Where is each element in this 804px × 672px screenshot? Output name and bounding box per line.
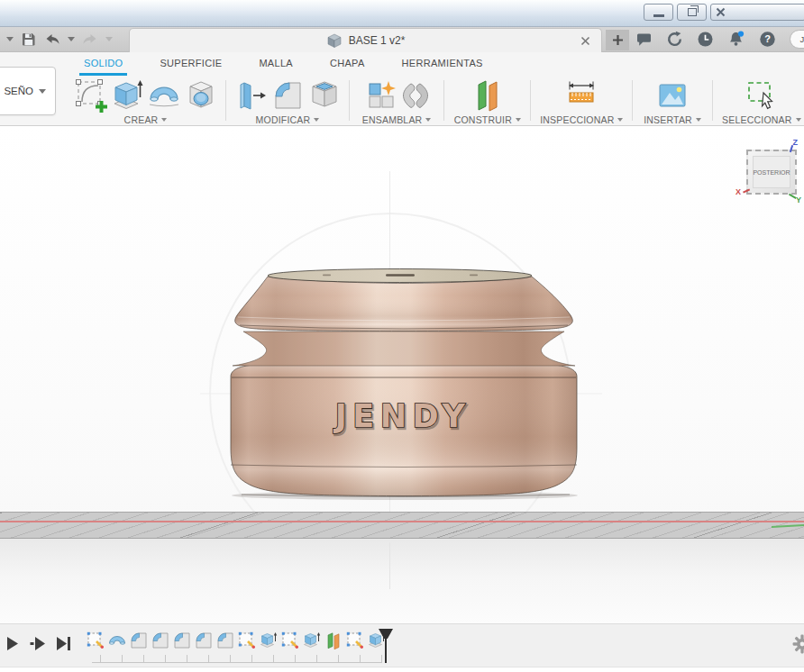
close-tab-icon [580,36,590,46]
notification-dot [738,32,744,37]
construir-label: CONSTRUIR [454,114,512,125]
tab-chapa[interactable]: CHAPA [325,52,370,76]
quick-access-toolbar [0,27,113,51]
timeline-playback-controls [6,636,71,651]
ribbon-separator [632,80,633,121]
select-icon[interactable] [742,77,781,114]
inspeccionar-dropdown[interactable]: INSPECCIONAR [540,114,623,125]
undo-icon[interactable] [43,32,61,48]
app-bar-icons: ? JE [635,27,804,51]
timeline-feature-fillet-icon[interactable] [151,631,170,650]
seleccionar-caret-icon [796,118,801,122]
notifications-bell-icon[interactable] [727,31,745,48]
close-window-icon [716,7,726,17]
measure-icon[interactable] [563,77,599,114]
restore-button[interactable] [677,4,707,21]
new-component-icon[interactable] [363,77,399,114]
ribbon-separator [225,80,226,121]
group-ensamblar: ENSAMBLAR [356,76,437,125]
group-inspeccionar: INSPECCIONAR [537,76,626,125]
ribbon-separator [443,80,444,121]
user-initials: JE [799,34,804,44]
viewcube[interactable]: POSTERIOR Z X Y [746,150,797,195]
help-icon[interactable]: ? [759,31,776,48]
viewcube-face-label[interactable]: POSTERIOR [753,169,790,176]
timeline-feature-fillet-icon[interactable] [129,631,149,650]
ensamblar-dropdown[interactable]: ENSAMBLAR [362,114,432,125]
timeline-feature-fillet-icon[interactable] [194,631,214,650]
ground-fade [0,539,804,623]
timeline-settings-button[interactable] [792,634,804,658]
ribbon-toolbar: CREAR [0,76,804,126]
3d-viewport[interactable]: JENDY JENDY POSTERIOR Z X Y [0,126,804,623]
user-avatar[interactable]: JE [790,30,804,49]
tab-superficie[interactable]: SUPERFICIE [155,52,226,76]
timeline-feature-sketch-icon[interactable] [280,631,300,650]
workspace-caret-icon [39,89,46,94]
new-tab-button[interactable] [606,30,629,50]
timeline-features [86,631,387,650]
insertar-label: INSERTAR [644,114,692,125]
extrude-icon[interactable] [109,77,145,114]
timeline-feature-fillet-icon[interactable] [215,631,235,650]
timeline-feature-revolve-icon[interactable] [107,631,127,650]
document-tab[interactable]: BASE 1 v2* [129,28,602,52]
hole-icon[interactable] [183,77,219,114]
timeline-feature-sketch-icon[interactable] [237,631,257,650]
construction-plane-icon[interactable] [470,77,506,114]
settings-gear-icon [792,634,804,654]
insert-image-icon[interactable] [654,77,690,114]
window-controls [640,4,804,21]
insertar-dropdown[interactable]: INSERTAR [644,114,701,125]
ensamblar-label: ENSAMBLAR [362,114,423,125]
job-status-clock-icon[interactable] [697,31,714,48]
construir-dropdown[interactable]: CONSTRUIR [454,114,521,125]
timeline-feature-fillet-icon[interactable] [172,631,192,650]
group-insertar: INSERTAR [639,76,706,125]
workspace-selector[interactable]: SEÑO [0,67,56,115]
timeline-marker[interactable] [379,629,393,663]
file-menu-caret-icon[interactable] [6,37,14,41]
save-icon[interactable] [20,31,37,48]
timeline-feature-extrude-icon[interactable] [259,631,279,650]
create-sketch-icon[interactable] [72,77,108,114]
viewcube-x-axis-label: X [735,187,741,196]
tab-herramientas[interactable]: HERRAMIENTAS [397,52,488,76]
revolve-icon[interactable] [146,77,182,114]
sync-icon[interactable] [666,31,683,48]
close-tab-button[interactable] [580,36,590,49]
play-button[interactable] [6,636,20,651]
document-title: BASE 1 v2* [349,34,406,47]
crear-label: CREAR [124,114,159,125]
timeline-feature-plane-icon[interactable] [324,631,343,650]
crear-dropdown[interactable]: CREAR [124,114,168,125]
document-cube-icon [326,33,343,49]
modificar-dropdown[interactable]: MODIFICAR [256,114,320,125]
comments-icon[interactable] [635,32,653,48]
press-pull-icon[interactable] [233,77,269,114]
ribbon-tab-bar: SOLIDO SUPERFICIE MALLA CHAPA HERRAMIENT… [0,52,804,76]
skip-to-end-button[interactable] [56,636,71,651]
seleccionar-dropdown[interactable]: SELECCIONAR [722,114,800,125]
step-forward-button[interactable] [30,636,46,651]
timeline-feature-sketch-icon[interactable] [345,631,365,650]
joint-icon[interactable] [400,77,431,114]
redo-history-caret-icon[interactable] [105,37,113,41]
undo-history-caret-icon[interactable] [68,37,75,41]
timeline-group-bracket [92,655,382,663]
fillet-icon[interactable] [270,77,306,114]
tab-malla[interactable]: MALLA [254,52,297,76]
minimize-button[interactable] [644,4,673,21]
fusion-window: BASE 1 v2* [0,0,804,672]
inspeccionar-label: INSPECCIONAR [540,114,614,125]
close-window-button[interactable] [710,4,804,21]
model-waist[interactable] [233,331,575,366]
model-lid[interactable] [235,269,573,331]
timeline-feature-extrude-icon[interactable] [302,631,322,650]
tab-solido[interactable]: SOLIDO [79,52,127,76]
redo-icon[interactable] [81,32,99,48]
seleccionar-label: SELECCIONAR [722,114,791,125]
timeline-feature-sketch-icon[interactable] [86,631,105,650]
ground-plane-grid [0,512,804,539]
shell-icon[interactable] [306,77,343,114]
